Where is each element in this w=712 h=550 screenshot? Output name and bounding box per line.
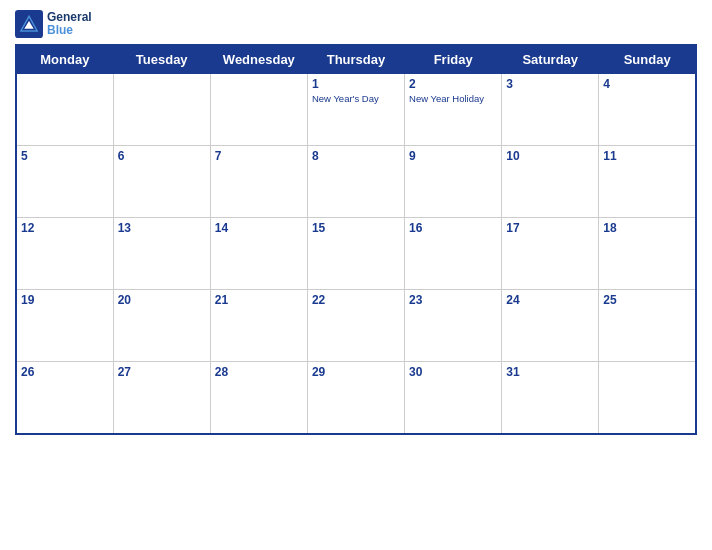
day-number: 26 [21, 365, 109, 379]
day-cell: 9 [405, 146, 502, 218]
day-cell: 7 [210, 146, 307, 218]
day-cell: 5 [16, 146, 113, 218]
header-tuesday: Tuesday [113, 45, 210, 74]
day-cell: 21 [210, 290, 307, 362]
header-friday: Friday [405, 45, 502, 74]
day-number: 5 [21, 149, 109, 163]
week-row-4: 262728293031 [16, 362, 696, 434]
day-number: 22 [312, 293, 400, 307]
day-number: 20 [118, 293, 206, 307]
day-number: 3 [506, 77, 594, 91]
day-cell: 31 [502, 362, 599, 434]
day-cell: 30 [405, 362, 502, 434]
day-cell [599, 362, 696, 434]
day-cell: 26 [16, 362, 113, 434]
header-thursday: Thursday [307, 45, 404, 74]
header-saturday: Saturday [502, 45, 599, 74]
day-number: 2 [409, 77, 497, 91]
day-cell: 10 [502, 146, 599, 218]
day-cell: 28 [210, 362, 307, 434]
day-cell: 22 [307, 290, 404, 362]
day-cell: 11 [599, 146, 696, 218]
day-cell: 16 [405, 218, 502, 290]
logo-text: General Blue [47, 11, 92, 37]
holiday-text: New Year Holiday [409, 93, 497, 104]
day-number: 31 [506, 365, 594, 379]
week-row-0: 1New Year's Day2New Year Holiday34 [16, 74, 696, 146]
day-number: 15 [312, 221, 400, 235]
day-cell: 3 [502, 74, 599, 146]
holiday-text: New Year's Day [312, 93, 400, 104]
day-number: 17 [506, 221, 594, 235]
day-number: 30 [409, 365, 497, 379]
header-row: General Blue [15, 10, 697, 38]
day-number: 7 [215, 149, 303, 163]
day-cell: 13 [113, 218, 210, 290]
weekday-header-row: Monday Tuesday Wednesday Thursday Friday… [16, 45, 696, 74]
header-sunday: Sunday [599, 45, 696, 74]
day-cell: 19 [16, 290, 113, 362]
day-cell: 25 [599, 290, 696, 362]
day-number: 12 [21, 221, 109, 235]
day-cell: 1New Year's Day [307, 74, 404, 146]
day-number: 10 [506, 149, 594, 163]
day-number: 9 [409, 149, 497, 163]
calendar-body: 1New Year's Day2New Year Holiday34567891… [16, 74, 696, 434]
day-cell: 14 [210, 218, 307, 290]
calendar-container: General Blue Monday Tuesday Wednesday Th… [0, 0, 712, 550]
header-wednesday: Wednesday [210, 45, 307, 74]
day-number: 14 [215, 221, 303, 235]
day-number: 16 [409, 221, 497, 235]
week-row-2: 12131415161718 [16, 218, 696, 290]
day-number: 18 [603, 221, 691, 235]
day-cell: 4 [599, 74, 696, 146]
day-number: 29 [312, 365, 400, 379]
day-number: 1 [312, 77, 400, 91]
day-number: 28 [215, 365, 303, 379]
day-cell: 27 [113, 362, 210, 434]
calendar-table: Monday Tuesday Wednesday Thursday Friday… [15, 44, 697, 435]
day-cell: 29 [307, 362, 404, 434]
day-cell: 18 [599, 218, 696, 290]
day-number: 4 [603, 77, 691, 91]
day-number: 8 [312, 149, 400, 163]
day-cell: 2New Year Holiday [405, 74, 502, 146]
day-cell: 24 [502, 290, 599, 362]
day-number: 19 [21, 293, 109, 307]
day-number: 11 [603, 149, 691, 163]
day-cell: 17 [502, 218, 599, 290]
day-number: 24 [506, 293, 594, 307]
day-cell: 6 [113, 146, 210, 218]
header-monday: Monday [16, 45, 113, 74]
week-row-1: 567891011 [16, 146, 696, 218]
day-number: 25 [603, 293, 691, 307]
day-cell [113, 74, 210, 146]
day-cell: 20 [113, 290, 210, 362]
day-cell: 12 [16, 218, 113, 290]
day-cell: 23 [405, 290, 502, 362]
logo-icon [15, 10, 43, 38]
day-cell [16, 74, 113, 146]
day-number: 23 [409, 293, 497, 307]
day-number: 21 [215, 293, 303, 307]
day-number: 27 [118, 365, 206, 379]
logo: General Blue [15, 10, 92, 38]
day-number: 6 [118, 149, 206, 163]
day-cell [210, 74, 307, 146]
day-cell: 8 [307, 146, 404, 218]
week-row-3: 19202122232425 [16, 290, 696, 362]
day-cell: 15 [307, 218, 404, 290]
day-number: 13 [118, 221, 206, 235]
